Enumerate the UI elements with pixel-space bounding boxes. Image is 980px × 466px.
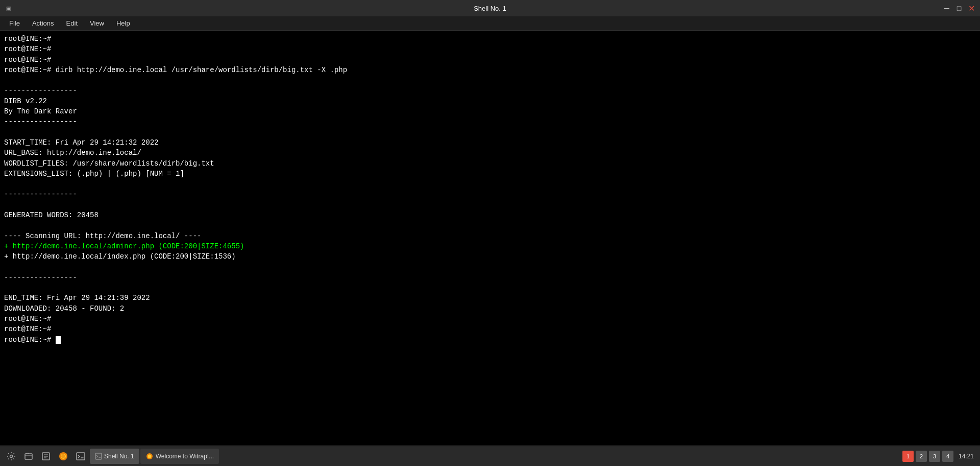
taskbar-shell1[interactable]: Shell No. 1 [90, 449, 139, 464]
term-line: END_TIME: Fri Apr 29 14:21:39 2022 [4, 293, 976, 303]
term-line-green: + http://demo.ine.local/adminer.php (COD… [4, 241, 976, 251]
term-line: root@INE:~# [4, 34, 976, 44]
editor-icon[interactable] [38, 448, 54, 464]
menu-view[interactable]: View [85, 18, 109, 29]
term-line: GENERATED WORDS: 20458 [4, 210, 976, 220]
terminal[interactable]: root@INE:~# root@INE:~# root@INE:~# root… [0, 31, 980, 446]
menubar: File Actions Edit View Help [0, 16, 980, 31]
term-line [4, 179, 976, 189]
term-line: ----------------- [4, 116, 976, 127]
term-line [4, 283, 976, 293]
menu-edit[interactable]: Edit [61, 18, 83, 29]
term-line: URL_BASE: http://demo.ine.local/ [4, 148, 976, 158]
taskbar: Shell No. 1 Welcome to Witrap!... 1 2 3 … [0, 446, 980, 466]
titlebar-left: ▣ [4, 4, 13, 13]
maximize-button[interactable]: □ [954, 4, 964, 13]
term-line [4, 75, 976, 85]
term-line [4, 200, 976, 210]
taskbar-shell1-label: Shell No. 1 [104, 453, 134, 460]
terminal-icon[interactable] [72, 448, 89, 464]
term-line: ----------------- [4, 85, 976, 96]
term-line: root@INE:~# [4, 55, 976, 65]
svg-point-0 [10, 455, 13, 457]
minimize-button[interactable]: ─ [942, 4, 951, 13]
taskbar-witrap[interactable]: Welcome to Witrap!... [140, 449, 219, 464]
svg-point-8 [148, 454, 151, 458]
term-input-line[interactable]: root@INE:~# [4, 335, 976, 345]
cursor [56, 336, 61, 344]
term-line: + http://demo.ine.local/index.php (CODE:… [4, 251, 976, 262]
term-line: By The Dark Raver [4, 106, 976, 116]
taskbar-right: 1 2 3 4 14:21 [902, 451, 977, 462]
term-line: DIRB v2.22 [4, 96, 976, 106]
term-line: ---- Scanning URL: http://demo.ine.local… [4, 231, 976, 241]
files-icon[interactable] [20, 448, 37, 464]
term-line: WORDLIST_FILES: /usr/share/wordlists/dir… [4, 158, 976, 169]
term-line: ----------------- [4, 272, 976, 283]
titlebar: ▣ Shell No. 1 ─ □ ✕ [0, 0, 980, 16]
menu-help[interactable]: Help [111, 18, 135, 29]
workspace-3[interactable]: 3 [929, 451, 940, 462]
term-line: root@INE:~# dirb http://demo.ine.local /… [4, 65, 976, 75]
term-line [4, 262, 976, 272]
term-line: START_TIME: Fri Apr 29 14:21:32 2022 [4, 137, 976, 148]
taskbar-time: 14:21 [955, 453, 977, 460]
taskbar-witrap-label: Welcome to Witrap!... [156, 453, 214, 460]
menu-file[interactable]: File [4, 18, 25, 29]
workspace-2[interactable]: 2 [916, 451, 927, 462]
term-line: root@INE:~# [4, 314, 976, 324]
svg-rect-1 [25, 454, 32, 459]
term-line: root@INE:~# [4, 324, 976, 334]
settings-icon[interactable] [3, 448, 19, 464]
term-line: root@INE:~# [4, 44, 976, 54]
svg-rect-6 [95, 453, 102, 459]
term-line [4, 127, 976, 137]
close-button[interactable]: ✕ [967, 4, 976, 13]
term-line [4, 220, 976, 230]
term-line: DOWNLOADED: 20458 - FOUND: 2 [4, 304, 976, 314]
titlebar-title: Shell No. 1 [474, 5, 506, 12]
workspace-4[interactable]: 4 [942, 451, 953, 462]
firefox-icon[interactable] [55, 448, 71, 464]
menu-actions[interactable]: Actions [27, 18, 59, 29]
term-line: ----------------- [4, 189, 976, 199]
workspace-1[interactable]: 1 [902, 451, 914, 462]
term-line: EXTENSIONS_LIST: (.php) | (.php) [NUM = … [4, 169, 976, 179]
titlebar-controls: ─ □ ✕ [942, 4, 976, 13]
svg-rect-5 [77, 453, 85, 460]
terminal-icon: ▣ [4, 4, 13, 13]
